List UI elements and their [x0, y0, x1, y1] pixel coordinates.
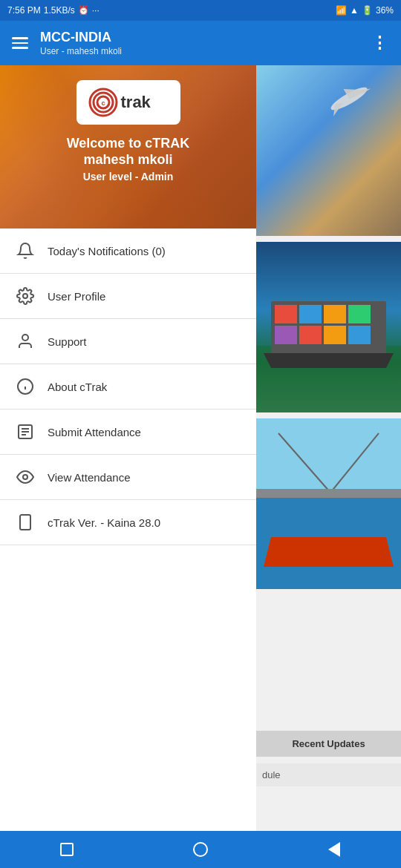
user-profile-label: User Profile	[48, 290, 105, 303]
svg-rect-9	[348, 305, 371, 323]
view-attendance-label: View Attendance	[48, 471, 130, 484]
drawer-user-level: User level - Admin	[83, 171, 174, 183]
status-bar-right: 📶 ▲ 🔋 36%	[336, 5, 394, 16]
svg-marker-14	[264, 353, 394, 368]
navigation-drawer: c trak Welcome to cTRAK mahesh mkoli Use…	[0, 65, 256, 831]
status-bar-left: 7:56 PM 1.5KB/s ⏰ ···	[7, 5, 100, 16]
menu-item-submit-attendance[interactable]: Submit Attendance	[0, 410, 256, 455]
gear-icon	[15, 286, 36, 306]
bg-image-sky	[256, 65, 401, 236]
wifi-icon: 📶	[336, 5, 347, 16]
svg-text:c: c	[101, 99, 105, 107]
drawer-username: mahesh mkoli	[83, 152, 172, 168]
more-dots-small: ···	[92, 5, 100, 16]
module-label: dule	[262, 769, 281, 780]
app-header: MCC-INDIA User - mahesh mkoli ⋮	[0, 21, 401, 65]
battery-icon: 🔋	[362, 5, 373, 16]
bg-image-water	[256, 418, 401, 589]
hamburger-menu-button[interactable]	[12, 37, 28, 49]
support-label: Support	[48, 335, 87, 348]
header-title-group: MCC-INDIA User - mahesh mkoli	[40, 30, 122, 56]
airplane-image	[319, 80, 379, 120]
back-button[interactable]	[323, 838, 345, 861]
app-title: MCC-INDIA	[40, 30, 122, 46]
svg-rect-12	[324, 326, 346, 344]
svg-rect-8	[324, 305, 346, 323]
back-arrow-icon	[328, 842, 340, 857]
notifications-label: Today's Notifications (0)	[48, 245, 166, 257]
support-icon	[15, 331, 36, 352]
menu-item-support[interactable]: Support	[0, 319, 256, 364]
svg-point-27	[22, 335, 28, 341]
more-options-button[interactable]: ⋮	[371, 33, 389, 53]
recent-apps-button[interactable]	[56, 838, 78, 861]
drawer-header: c trak Welcome to cTRAK mahesh mkoli Use…	[0, 65, 256, 228]
main-content: Recent Updates dule c trak	[0, 65, 401, 831]
module-bar: dule	[256, 763, 401, 786]
circle-icon	[193, 842, 208, 857]
header-left: MCC-INDIA User - mahesh mkoli	[12, 30, 122, 56]
recent-updates-label: Recent Updates	[292, 738, 365, 749]
eye-icon	[15, 467, 36, 487]
ctrak-logo-icon: c	[88, 88, 118, 117]
status-bar: 7:56 PM 1.5KB/s ⏰ ··· 📶 ▲ 🔋 36%	[0, 0, 401, 21]
svg-rect-15	[256, 418, 401, 493]
drawer-menu: Today's Notifications (0) User Profile	[0, 228, 256, 831]
menu-item-version[interactable]: cTrak Ver. - Kaina 28.0	[0, 500, 256, 545]
drawer-welcome-text: Welcome to cTRAK	[67, 135, 190, 152]
bg-image-ship	[256, 242, 401, 412]
version-label: cTrak Ver. - Kaina 28.0	[48, 516, 160, 529]
svg-rect-11	[299, 326, 322, 344]
signal-icon: ▲	[350, 5, 359, 16]
svg-point-26	[23, 294, 27, 298]
menu-item-view-attendance[interactable]: View Attendance	[0, 455, 256, 500]
info-icon	[15, 376, 36, 397]
home-button[interactable]	[189, 838, 212, 861]
submit-attendance-label: Submit Attendance	[48, 426, 141, 438]
svg-rect-6	[275, 305, 297, 323]
menu-item-notifications[interactable]: Today's Notifications (0)	[0, 228, 256, 274]
submit-attendance-icon	[15, 421, 36, 442]
battery-percent: 36%	[376, 5, 394, 16]
status-speed: 1.5KB/s	[44, 5, 75, 16]
menu-item-about[interactable]: About cTrak	[0, 364, 256, 410]
ctrak-logo: c trak	[88, 88, 169, 117]
recent-updates-bar: Recent Updates	[256, 731, 401, 757]
status-time: 7:56 PM	[7, 5, 41, 16]
about-label: About cTrak	[48, 381, 107, 393]
menu-item-user-profile[interactable]: User Profile	[0, 274, 256, 319]
svg-rect-13	[348, 326, 371, 344]
app-subtitle: User - mahesh mkoli	[40, 46, 122, 56]
svg-marker-21	[264, 537, 394, 567]
svg-rect-18	[256, 489, 401, 498]
svg-rect-10	[275, 326, 297, 344]
svg-rect-38	[20, 515, 30, 530]
bell-icon	[15, 240, 36, 261]
bottom-nav	[0, 831, 401, 868]
logo-text: trak	[121, 93, 151, 112]
drawer-logo-container: c trak	[76, 80, 180, 125]
svg-point-37	[23, 475, 27, 479]
square-icon	[60, 843, 74, 856]
svg-rect-7	[299, 305, 322, 323]
phone-icon	[15, 512, 36, 533]
alarm-icon: ⏰	[78, 5, 89, 16]
